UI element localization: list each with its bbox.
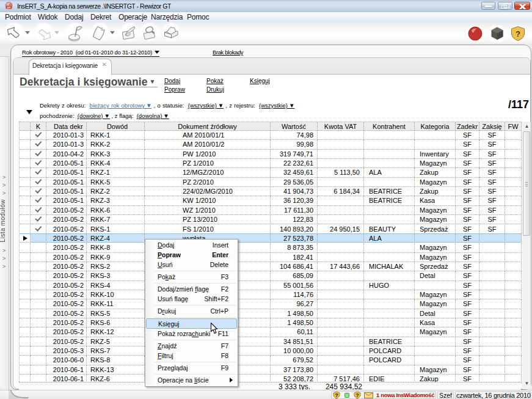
svg-text:?: ?	[516, 29, 520, 38]
svg-text:GT: GT	[7, 6, 11, 9]
svg-text:?: ?	[335, 392, 338, 398]
svg-text:?: ?	[355, 392, 359, 398]
